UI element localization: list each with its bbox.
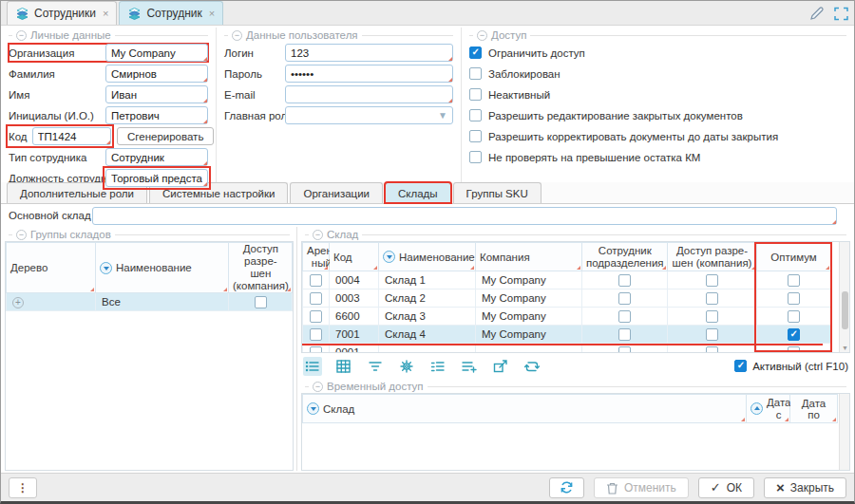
edit-pencil-icon[interactable] bbox=[809, 6, 825, 21]
code-cell: 0001 bbox=[330, 344, 379, 354]
rented-checkbox[interactable] bbox=[310, 346, 322, 353]
firstname-field[interactable] bbox=[105, 85, 208, 103]
access-allowed-checkbox[interactable] bbox=[706, 274, 718, 287]
organization-field[interactable] bbox=[105, 44, 208, 62]
optimum-checkbox[interactable] bbox=[788, 328, 800, 341]
collapse-group-icon[interactable]: − bbox=[313, 382, 323, 392]
main-warehouse-field[interactable] bbox=[92, 207, 837, 225]
optimum-checkbox[interactable] bbox=[788, 292, 800, 305]
restrict-access-checkbox[interactable] bbox=[469, 47, 482, 59]
group-access-checkbox[interactable] bbox=[255, 296, 267, 308]
access-allowed-checkbox[interactable] bbox=[706, 346, 718, 353]
department-checkbox[interactable] bbox=[618, 274, 631, 287]
column-header-warehouse[interactable]: Склад bbox=[303, 395, 747, 423]
column-header-date-from[interactable]: Датас bbox=[747, 395, 790, 423]
close-button[interactable]: × Закрыть bbox=[764, 477, 846, 498]
rented-checkbox[interactable] bbox=[310, 310, 322, 323]
add-row-icon[interactable] bbox=[460, 357, 479, 376]
tab-sku-groups[interactable]: Группы SKU bbox=[453, 182, 542, 203]
password-field[interactable] bbox=[285, 65, 453, 83]
access-allowed-checkbox[interactable] bbox=[706, 310, 718, 323]
optimum-checkbox[interactable] bbox=[788, 310, 800, 323]
password-label: Пароль bbox=[224, 68, 285, 80]
warehouse-row[interactable]: 0001 bbox=[303, 344, 831, 354]
column-header-name[interactable]: Наименование bbox=[379, 243, 476, 271]
collapse-group-icon[interactable]: − bbox=[477, 30, 487, 41]
department-checkbox[interactable] bbox=[618, 346, 631, 353]
scroll-down-arrow-icon[interactable]: ▼ bbox=[842, 345, 848, 351]
generate-code-button[interactable]: Сгенерировать bbox=[117, 127, 214, 145]
blocked-checkbox[interactable] bbox=[469, 67, 482, 80]
tab-organizations[interactable]: Организации bbox=[290, 182, 383, 203]
email-field[interactable] bbox=[285, 85, 453, 103]
cancel-button[interactable]: Отменить bbox=[594, 477, 689, 498]
column-header-optimum[interactable]: Оптимум bbox=[757, 243, 831, 271]
inactive-checkbox[interactable] bbox=[469, 88, 482, 101]
rented-checkbox[interactable] bbox=[310, 328, 322, 341]
employee-type-field[interactable] bbox=[105, 148, 208, 166]
lastname-field[interactable] bbox=[105, 65, 208, 83]
column-header-tree[interactable]: Дерево bbox=[7, 243, 96, 293]
rented-checkbox[interactable] bbox=[310, 292, 322, 305]
department-checkbox[interactable] bbox=[618, 292, 631, 305]
km-balance-checkbox[interactable] bbox=[469, 151, 482, 163]
group-name-cell: Все bbox=[96, 293, 229, 311]
filter-icon[interactable] bbox=[366, 357, 385, 376]
close-tab-icon[interactable]: × bbox=[209, 8, 215, 19]
correct-docs-checkbox[interactable] bbox=[469, 130, 482, 142]
more-actions-button[interactable]: ⋮ bbox=[9, 477, 37, 498]
column-header-name[interactable]: Наименование bbox=[96, 243, 229, 293]
active-checkbox[interactable] bbox=[734, 360, 747, 372]
position-field[interactable] bbox=[105, 169, 208, 187]
collapse-group-icon[interactable]: − bbox=[232, 30, 242, 41]
scrollbar-thumb[interactable] bbox=[842, 291, 848, 329]
expand-node-icon[interactable]: + bbox=[12, 297, 24, 308]
detail-list-icon[interactable] bbox=[428, 357, 447, 376]
repeat-icon[interactable] bbox=[522, 357, 542, 376]
column-header-department[interactable]: Сотрудникподразделения bbox=[582, 243, 668, 271]
grid-view-icon[interactable] bbox=[334, 357, 353, 376]
tab-employee[interactable]: Сотрудник × bbox=[119, 1, 223, 25]
vertical-scrollbar[interactable] bbox=[839, 394, 849, 470]
expand-fullscreen-icon[interactable] bbox=[834, 7, 848, 21]
optimum-checkbox[interactable] bbox=[788, 346, 800, 353]
warehouse-row[interactable]: 6600 Склад 3 My Company bbox=[303, 308, 831, 326]
open-external-icon[interactable] bbox=[491, 357, 510, 376]
warehouse-group-row[interactable]: + Все bbox=[7, 293, 293, 311]
department-checkbox[interactable] bbox=[618, 310, 631, 323]
collapse-group-icon[interactable]: − bbox=[16, 30, 27, 41]
collapse-group-icon[interactable]: − bbox=[313, 230, 323, 240]
optimum-checkbox[interactable] bbox=[788, 274, 800, 287]
column-header-company[interactable]: Компания bbox=[476, 243, 582, 271]
ok-button[interactable]: ✓ ОК bbox=[698, 477, 754, 498]
access-allowed-checkbox[interactable] bbox=[706, 292, 718, 305]
close-tab-icon[interactable]: × bbox=[103, 8, 108, 19]
settings-gear-icon[interactable] bbox=[397, 357, 416, 376]
warehouse-row[interactable]: 0004 Склад 1 My Company bbox=[303, 271, 831, 289]
vertical-scrollbar[interactable]: ▼ bbox=[839, 242, 849, 352]
refresh-button[interactable] bbox=[549, 477, 584, 498]
employee-code-field[interactable] bbox=[32, 127, 111, 145]
main-role-select[interactable]: ▼ bbox=[285, 106, 453, 124]
login-field[interactable] bbox=[285, 44, 453, 62]
collapse-group-icon[interactable]: − bbox=[16, 230, 27, 240]
access-allowed-checkbox[interactable] bbox=[706, 328, 718, 341]
warehouse-row[interactable]: 0003 Склад 2 My Company bbox=[303, 289, 831, 308]
edit-closed-docs-checkbox[interactable] bbox=[469, 109, 482, 121]
initials-field[interactable] bbox=[105, 106, 208, 124]
rented-checkbox[interactable] bbox=[310, 274, 322, 287]
sort-desc-icon[interactable] bbox=[100, 262, 112, 274]
column-header-access[interactable]: Доступ разре-шен (компания) bbox=[668, 243, 757, 271]
column-header-code[interactable]: Код bbox=[330, 243, 379, 271]
column-header-rented[interactable]: Арен-ный bbox=[303, 243, 330, 271]
sort-desc-icon[interactable] bbox=[307, 402, 319, 415]
tab-employees[interactable]: Сотрудники × bbox=[7, 1, 117, 25]
view-list-icon[interactable] bbox=[303, 357, 322, 376]
column-header-access[interactable]: Доступ разре-шен (компания) bbox=[229, 243, 293, 293]
sort-asc-icon[interactable] bbox=[750, 402, 763, 415]
warehouse-row[interactable]: 7001 Склад 4 My Company bbox=[303, 326, 831, 344]
department-checkbox[interactable] bbox=[618, 328, 631, 341]
column-header-date-to[interactable]: Дата по bbox=[790, 395, 838, 423]
tab-warehouses[interactable]: Склады bbox=[385, 182, 451, 203]
sort-desc-icon[interactable] bbox=[383, 251, 395, 263]
